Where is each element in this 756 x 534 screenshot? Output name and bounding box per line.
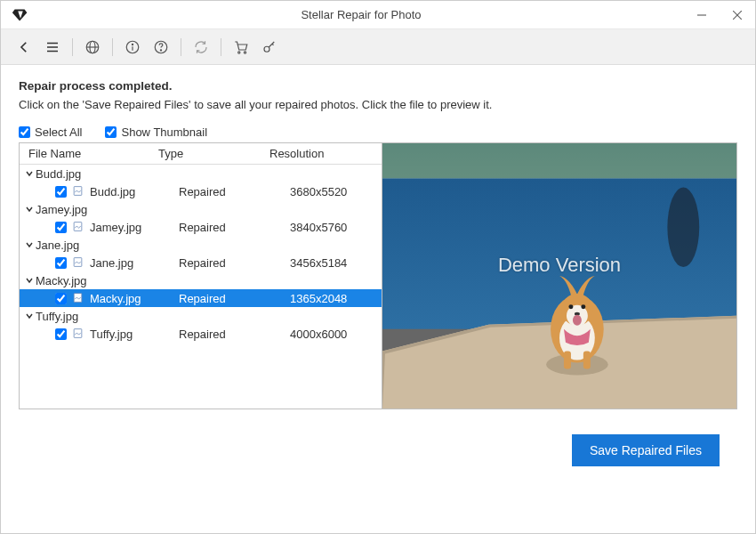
select-all-label: Select All: [35, 125, 82, 139]
app-logo-icon: [8, 3, 33, 28]
close-button[interactable]: [720, 1, 755, 29]
list-options: Select All Show Thumbnail: [19, 125, 737, 139]
file-checkbox[interactable]: [55, 257, 67, 269]
group-name: Macky.jpg: [36, 274, 87, 287]
file-resolution: 3840x5760: [290, 221, 380, 234]
svg-point-16: [264, 46, 269, 52]
group-name: Tuffy.jpg: [36, 310, 78, 323]
page-heading: Repair process completed.: [19, 79, 737, 93]
file-type: Repaired: [179, 221, 290, 234]
svg-point-14: [238, 51, 240, 53]
save-repaired-files-button[interactable]: Save Repaired Files: [572, 434, 720, 466]
file-resolution: 4000x6000: [290, 328, 380, 341]
image-file-icon: [72, 256, 84, 269]
file-type: Repaired: [179, 256, 290, 270]
body-split: File Name Type Resolution Budd.jpgBudd.j…: [19, 142, 737, 409]
group-row[interactable]: Jane.jpg: [20, 236, 382, 254]
file-name: Budd.jpg: [90, 185, 179, 198]
key-icon[interactable]: [257, 35, 282, 60]
globe-icon[interactable]: [80, 35, 105, 60]
show-thumbnail-label: Show Thumbnail: [121, 125, 207, 139]
file-list: File Name Type Resolution Budd.jpgBudd.j…: [20, 143, 382, 409]
file-resolution: 1365x2048: [290, 292, 380, 305]
file-checkbox[interactable]: [55, 293, 67, 304]
file-checkbox[interactable]: [55, 328, 67, 340]
file-type: Repaired: [179, 185, 290, 198]
image-file-icon: [72, 221, 84, 233]
content-area: Repair process completed. Click on the '…: [1, 65, 755, 475]
group-row[interactable]: Macky.jpg: [20, 271, 382, 289]
file-name: Jane.jpg: [90, 256, 179, 270]
svg-point-11: [132, 44, 133, 44]
show-thumbnail-checkbox[interactable]: [105, 126, 117, 138]
window-controls: [684, 1, 755, 29]
select-all-checkbox[interactable]: [19, 126, 30, 138]
group-row[interactable]: Budd.jpg: [20, 165, 382, 182]
group-row[interactable]: Tuffy.jpg: [20, 307, 382, 325]
svg-rect-35: [564, 352, 571, 369]
file-name: Macky.jpg: [90, 292, 179, 305]
svg-point-32: [581, 304, 585, 309]
toolbar-separator: [72, 38, 73, 56]
toolbar-separator: [112, 38, 113, 56]
file-row[interactable]: Jamey.jpgRepaired3840x5760: [20, 218, 382, 236]
file-checkbox[interactable]: [55, 222, 67, 233]
file-row[interactable]: Jane.jpgRepaired3456x5184: [20, 254, 382, 271]
svg-point-15: [244, 51, 245, 53]
group-name: Jane.jpg: [36, 239, 79, 252]
file-name: Jamey.jpg: [90, 221, 179, 234]
info-icon[interactable]: [120, 35, 145, 60]
chevron-down-icon[interactable]: [23, 240, 36, 249]
titlebar: Stellar Repair for Photo: [1, 1, 755, 29]
back-button[interactable]: [12, 35, 36, 60]
chevron-down-icon[interactable]: [23, 276, 36, 285]
help-icon[interactable]: [149, 35, 173, 60]
col-filename[interactable]: File Name: [25, 147, 158, 160]
svg-rect-36: [583, 352, 591, 369]
footer: Save Repaired Files: [19, 409, 737, 466]
file-checkbox[interactable]: [55, 186, 67, 198]
svg-point-31: [568, 304, 573, 309]
menu-icon[interactable]: [40, 35, 65, 60]
chevron-down-icon[interactable]: [23, 312, 36, 320]
col-resolution[interactable]: Resolution: [269, 147, 376, 160]
chevron-down-icon[interactable]: [23, 205, 36, 214]
chevron-down-icon[interactable]: [23, 169, 36, 178]
refresh-icon[interactable]: [189, 35, 213, 60]
file-row[interactable]: Macky.jpgRepaired1365x2048: [20, 289, 382, 307]
toolbar-separator: [221, 38, 221, 56]
image-file-icon: [72, 292, 84, 304]
file-resolution: 3456x5184: [290, 256, 380, 270]
group-row[interactable]: Jamey.jpg: [20, 200, 382, 218]
group-name: Budd.jpg: [36, 167, 81, 181]
file-type: Repaired: [179, 328, 290, 341]
page-subtext: Click on the 'Save Repaired Files' to sa…: [19, 98, 737, 111]
svg-point-13: [160, 49, 161, 50]
cart-icon[interactable]: [229, 35, 253, 60]
svg-point-34: [573, 315, 582, 326]
file-row[interactable]: Budd.jpgRepaired3680x5520: [20, 182, 382, 200]
table-header: File Name Type Resolution: [20, 143, 382, 165]
toolbar-separator: [181, 38, 181, 56]
show-thumbnail-option[interactable]: Show Thumbnail: [105, 125, 207, 139]
svg-point-25: [667, 188, 699, 268]
svg-rect-23: [382, 143, 736, 179]
app-title: Stellar Repair for Photo: [38, 8, 684, 21]
toolbar: [1, 29, 755, 65]
file-name: Tuffy.jpg: [90, 328, 179, 341]
file-resolution: 3680x5520: [290, 185, 380, 198]
col-type[interactable]: Type: [158, 147, 269, 160]
preview-pane: Demo Version: [382, 143, 736, 409]
image-file-icon: [72, 328, 84, 340]
watermark-text: Demo Version: [498, 254, 621, 277]
minimize-button[interactable]: [684, 1, 720, 29]
file-type: Repaired: [179, 292, 290, 305]
group-name: Jamey.jpg: [36, 203, 87, 216]
image-file-icon: [72, 185, 84, 198]
select-all-option[interactable]: Select All: [19, 125, 82, 139]
file-row[interactable]: Tuffy.jpgRepaired4000x6000: [20, 325, 382, 343]
